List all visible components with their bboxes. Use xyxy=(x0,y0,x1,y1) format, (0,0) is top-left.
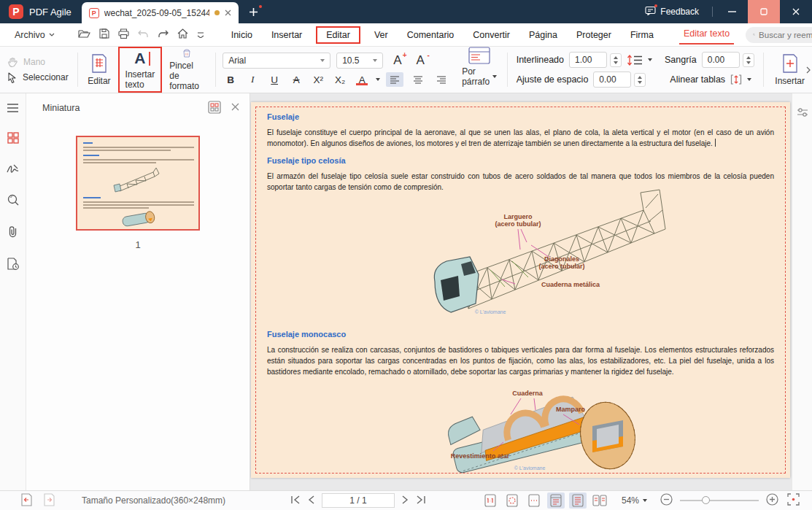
previous-page-button[interactable] xyxy=(308,495,314,506)
mano-tool[interactable]: Mano xyxy=(7,57,69,68)
align-tables-icon[interactable] xyxy=(730,74,742,85)
fit-page-view-button[interactable] xyxy=(503,492,521,509)
minimize-button[interactable] xyxy=(716,0,748,23)
tab-ver[interactable]: Ver xyxy=(373,27,390,43)
editar-tool-button[interactable]: Editar xyxy=(80,47,117,93)
attachments-panel-icon[interactable] xyxy=(7,225,18,240)
search-panel-icon[interactable] xyxy=(7,194,19,208)
print-button[interactable] xyxy=(118,28,129,41)
align-center-button[interactable] xyxy=(409,72,427,87)
superscript-button[interactable]: X² xyxy=(310,73,326,87)
font-color-button[interactable]: A xyxy=(354,74,370,85)
zoom-slider[interactable] xyxy=(680,500,759,501)
redo-button[interactable] xyxy=(158,29,169,41)
zoom-in-button[interactable] xyxy=(766,493,778,508)
customize-toolbar-button[interactable] xyxy=(197,30,204,40)
properties-sliders-icon[interactable] xyxy=(797,107,808,120)
signature-panel-icon[interactable] xyxy=(7,163,19,177)
tab-convertir[interactable]: Convertir xyxy=(471,27,511,43)
pincel-formato-button[interactable]: Pincel de formato xyxy=(162,47,212,93)
page-thumbnail[interactable] xyxy=(76,136,200,231)
interlineado-spinner[interactable] xyxy=(610,53,622,67)
italic-button[interactable]: I xyxy=(244,72,260,87)
tab-insertar[interactable]: Insertar xyxy=(270,27,303,43)
tab-firma[interactable]: Firma xyxy=(629,27,655,43)
ribbon-overflow-icon[interactable] xyxy=(806,66,811,76)
align-left-button[interactable] xyxy=(386,72,403,87)
first-page-button[interactable] xyxy=(290,495,301,506)
format-brush-icon xyxy=(177,48,196,58)
close-button[interactable] xyxy=(780,0,812,23)
por-parrafo-button[interactable]: Por párrafo xyxy=(455,47,504,93)
new-tab-button[interactable] xyxy=(239,0,268,23)
maximize-button[interactable] xyxy=(748,0,780,23)
sangria-spinner[interactable] xyxy=(743,53,754,67)
font-color-dropdown-icon[interactable] xyxy=(376,78,380,81)
zoom-slider-knob[interactable] xyxy=(702,496,710,504)
thumbnails-panel-icon[interactable] xyxy=(7,132,19,146)
document-area[interactable]: Fuselaje El fuselaje constituye el cuerp… xyxy=(250,93,792,490)
pdf-page[interactable]: Fuselaje El fuselaje constituye el cuerp… xyxy=(251,102,790,478)
tab-inicio[interactable]: Inicio xyxy=(230,27,254,43)
decrease-font-button[interactable]: A- xyxy=(411,53,428,68)
recent-files-panel-icon[interactable] xyxy=(7,258,19,272)
two-page-view-button[interactable] xyxy=(591,492,608,509)
feedback-button[interactable]: Feedback xyxy=(635,6,709,18)
line-spacing-icon[interactable] xyxy=(627,55,643,66)
interlineado-field: 1.00 xyxy=(569,52,622,68)
fullscreen-button[interactable] xyxy=(787,493,800,508)
align-tables-dropdown-icon[interactable] xyxy=(747,78,751,81)
tab-proteger[interactable]: Proteger xyxy=(575,27,613,43)
save-button[interactable] xyxy=(99,28,109,41)
doc-paragraph-3[interactable]: La construcción se realiza con carcasas,… xyxy=(267,344,774,377)
font-family-select[interactable]: Arial xyxy=(223,53,330,69)
doc-heading-fuselaje[interactable]: Fuselaje xyxy=(267,112,299,121)
panel-menu-icon[interactable] xyxy=(7,104,19,115)
next-view-button[interactable] xyxy=(43,493,55,509)
bold-button[interactable]: B xyxy=(223,73,239,87)
increase-font-button[interactable]: A+ xyxy=(389,53,406,68)
ajuste-espacio-spinner[interactable] xyxy=(634,73,646,87)
search-input[interactable] xyxy=(759,31,812,39)
prev-view-button[interactable] xyxy=(20,493,33,509)
page-indicator-input[interactable] xyxy=(322,493,395,508)
thumbnail-options-icon[interactable] xyxy=(208,101,221,116)
open-file-button[interactable] xyxy=(78,28,90,41)
zoom-level-dropdown[interactable]: 54% xyxy=(622,495,647,506)
last-page-button[interactable] xyxy=(416,495,426,506)
close-panel-icon[interactable] xyxy=(231,103,239,113)
archivo-menu[interactable]: Archivo xyxy=(6,30,63,40)
next-page-button[interactable] xyxy=(402,495,409,506)
zoom-out-button[interactable] xyxy=(660,493,673,508)
edit-page-icon xyxy=(90,54,108,73)
search-box[interactable] xyxy=(746,27,812,43)
subscript-button[interactable]: X₂ xyxy=(332,73,348,87)
insertar-page-button[interactable]: Insertar xyxy=(767,47,812,93)
tab-close-icon[interactable] xyxy=(225,9,231,16)
font-size-select[interactable]: 10.5 xyxy=(336,53,383,69)
undo-button[interactable] xyxy=(138,29,149,41)
ajuste-espacio-input[interactable]: 0.00 xyxy=(593,72,631,88)
interlineado-input[interactable]: 1.00 xyxy=(569,52,607,68)
align-right-button[interactable] xyxy=(433,72,450,87)
tab-editar[interactable]: Editar xyxy=(316,26,360,44)
tab-pagina[interactable]: Página xyxy=(527,27,559,43)
doc-paragraph-1[interactable]: El fuselaje constituye el cuerpo princip… xyxy=(267,127,774,149)
insertar-page-label: Insertar xyxy=(775,76,805,86)
seleccionar-tool[interactable]: Seleccionar xyxy=(7,72,69,83)
strikethrough-button[interactable]: A xyxy=(288,73,304,87)
tab-comentario[interactable]: Comentario xyxy=(406,27,456,43)
doc-heading-monocasco[interactable]: Fuselaje monocasco xyxy=(267,330,346,339)
document-tab[interactable]: P wechat_2025-09-05_15244... xyxy=(82,2,239,23)
sangria-input[interactable]: 0.00 xyxy=(702,52,740,68)
single-page-view-button[interactable] xyxy=(569,492,587,509)
fit-width-view-button[interactable] xyxy=(525,492,543,509)
actual-size-view-button[interactable] xyxy=(482,492,499,509)
line-spacing-dropdown-icon[interactable] xyxy=(648,58,652,61)
insertar-texto-button[interactable]: A Insertar texto xyxy=(118,47,163,93)
tab-editar-texto-active[interactable]: Editar texto xyxy=(679,26,734,45)
continuous-scroll-view-button[interactable] xyxy=(547,492,565,509)
doc-heading-celosia[interactable]: Fuselaje tipo celosía xyxy=(267,156,346,165)
home-button[interactable] xyxy=(177,28,188,41)
underline-button[interactable]: U xyxy=(266,73,282,87)
